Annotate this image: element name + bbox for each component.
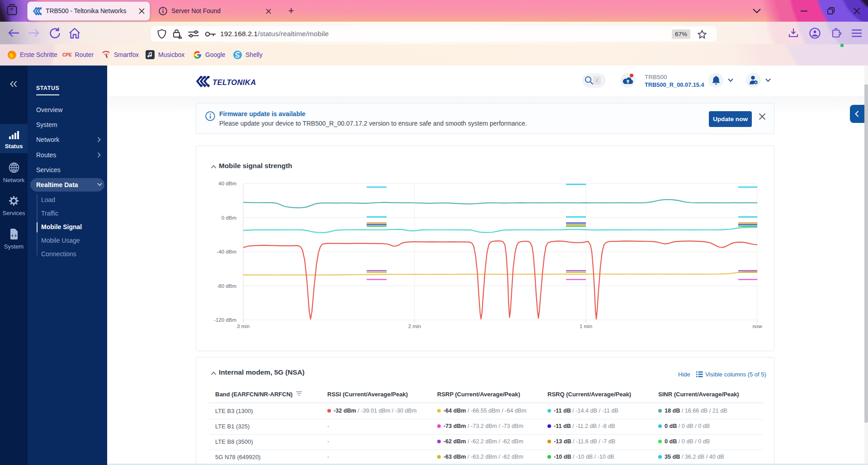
svg-text:-80 dBm: -80 dBm <box>217 283 236 289</box>
svg-text:3 min: 3 min <box>237 324 250 329</box>
svg-text:0 dBm: 0 dBm <box>222 215 236 221</box>
svg-text:2 min: 2 min <box>408 324 421 329</box>
svg-text:1 min: 1 min <box>580 324 592 329</box>
svg-text:-120 dBm: -120 dBm <box>214 317 236 323</box>
svg-text:now: now <box>752 324 762 329</box>
svg-text:TELTONIKA: TELTONIKA <box>212 78 256 86</box>
svg-text:40 dBm: 40 dBm <box>218 181 236 186</box>
svg-text:-40 dBm: -40 dBm <box>217 249 236 254</box>
